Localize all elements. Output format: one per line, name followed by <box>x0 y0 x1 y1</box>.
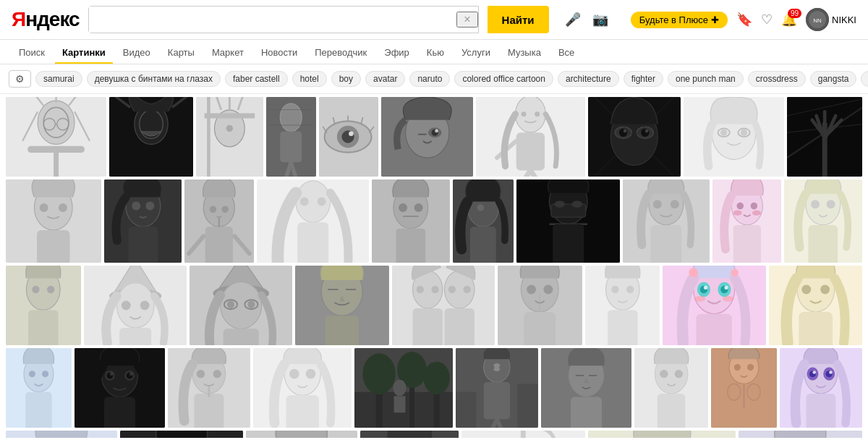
svg-point-51 <box>435 130 438 133</box>
svg-rect-251 <box>394 396 406 412</box>
image-cell[interactable] <box>461 431 585 438</box>
plus-button[interactable]: Будьте в Плюсе ✚ <box>631 12 728 28</box>
image-cell[interactable] <box>354 348 453 428</box>
tab-video[interactable]: Видео <box>116 43 158 64</box>
svg-rect-257 <box>456 392 476 428</box>
tab-all[interactable]: Все <box>551 43 582 64</box>
image-cell[interactable] <box>541 348 631 428</box>
mic-button[interactable]: 🎤 <box>562 9 584 30</box>
camera-button[interactable]: 📷 <box>590 9 611 30</box>
image-row-4 <box>6 348 862 428</box>
svg-point-198 <box>626 286 634 293</box>
filter-tag-avatar[interactable]: avatar <box>365 71 405 87</box>
filter-tag-friends[interactable]: friends <box>861 71 868 87</box>
svg-point-106 <box>222 206 229 213</box>
filter-settings-button[interactable]: ⚙ <box>9 70 31 88</box>
image-cell[interactable] <box>104 179 182 263</box>
filter-tag-samurai[interactable]: samurai <box>35 71 82 87</box>
svg-rect-182 <box>412 308 442 345</box>
svg-point-192 <box>544 285 553 295</box>
bookmarks-button[interactable]: 🔖 <box>736 12 752 28</box>
filter-tag-girl-bandage[interactable]: девушка с бинтами на глазах <box>87 71 221 87</box>
image-cell[interactable] <box>712 179 782 263</box>
svg-point-155 <box>47 286 54 293</box>
favorites-button[interactable]: ♡ <box>761 12 773 28</box>
image-cell[interactable] <box>476 97 585 177</box>
image-cell[interactable] <box>684 97 784 177</box>
filter-tag-architecture[interactable]: architecture <box>558 71 619 87</box>
image-cell[interactable] <box>588 97 681 177</box>
image-cell[interactable] <box>319 97 378 177</box>
image-cell[interactable] <box>663 266 765 345</box>
tab-services[interactable]: Услуги <box>454 43 498 64</box>
filter-tag-gangsta[interactable]: gangsta <box>810 71 857 87</box>
image-cell[interactable] <box>634 348 708 428</box>
image-cell[interactable] <box>381 97 474 177</box>
image-cell[interactable] <box>120 431 244 438</box>
image-cell[interactable] <box>585 266 660 345</box>
tab-q[interactable]: Кью <box>420 43 451 64</box>
tab-efir[interactable]: Эфир <box>377 43 417 64</box>
filter-tag-one-punch-man[interactable]: one punch man <box>668 71 744 87</box>
notifications-button[interactable]: 🔔 99 <box>781 12 797 28</box>
filter-tag-hotel[interactable]: hotel <box>292 71 327 87</box>
image-cell[interactable] <box>372 179 450 263</box>
image-cell[interactable] <box>84 266 187 345</box>
image-cell[interactable] <box>6 348 72 428</box>
image-cell[interactable] <box>516 179 621 263</box>
svg-point-250 <box>393 380 406 397</box>
image-cell[interactable] <box>360 431 459 438</box>
image-cell[interactable] <box>6 431 117 438</box>
image-cell[interactable] <box>498 266 582 345</box>
image-cell[interactable] <box>246 431 357 438</box>
image-cell[interactable] <box>623 179 710 263</box>
image-cell[interactable] <box>295 266 388 345</box>
image-cell[interactable] <box>109 97 193 177</box>
image-cell[interactable] <box>780 348 862 428</box>
svg-point-290 <box>830 371 833 374</box>
svg-point-94 <box>59 203 67 212</box>
image-cell[interactable] <box>6 266 81 345</box>
filter-tag-fighter[interactable]: fighter <box>624 71 663 87</box>
image-cell[interactable] <box>453 179 514 263</box>
image-cell[interactable] <box>711 348 777 428</box>
image-cell[interactable] <box>196 97 263 177</box>
svg-rect-219 <box>25 392 51 428</box>
search-button[interactable]: Найти <box>488 6 549 33</box>
filter-tag-crossdress[interactable]: crossdress <box>748 71 806 87</box>
image-cell[interactable] <box>769 266 862 345</box>
image-cell[interactable] <box>253 348 352 428</box>
filter-tag-faber[interactable]: faber castell <box>225 71 288 87</box>
image-cell[interactable] <box>787 97 862 177</box>
filter-tag-boy[interactable]: boy <box>331 71 361 87</box>
image-cell[interactable] <box>168 348 250 428</box>
tab-translate[interactable]: Переводчик <box>307 43 374 64</box>
image-cell[interactable] <box>6 97 106 177</box>
tab-images[interactable]: Картинки <box>55 43 113 64</box>
image-cell[interactable] <box>184 179 254 263</box>
image-cell[interactable] <box>266 97 317 177</box>
image-cell[interactable] <box>588 431 736 438</box>
search-input[interactable]: manga art <box>89 7 457 33</box>
image-cell[interactable] <box>6 179 101 263</box>
tab-market[interactable]: Маркет <box>205 43 251 64</box>
search-clear-button[interactable]: × <box>456 12 477 28</box>
image-cell[interactable] <box>784 179 862 263</box>
tab-news[interactable]: Новости <box>254 43 305 64</box>
tab-maps[interactable]: Карты <box>161 43 202 64</box>
svg-point-170 <box>227 301 234 308</box>
tab-music[interactable]: Музыка <box>501 43 548 64</box>
image-cell[interactable] <box>392 266 495 345</box>
user-avatar-button[interactable]: NN NIKKI <box>806 8 856 31</box>
filter-tag-colored-office[interactable]: colored office cartoon <box>454 71 553 87</box>
image-cell[interactable] <box>190 266 292 345</box>
svg-point-99 <box>145 202 154 211</box>
image-cell[interactable] <box>739 431 862 438</box>
filter-tag-naruto[interactable]: naruto <box>409 71 450 87</box>
tab-search[interactable]: Поиск <box>12 43 52 64</box>
image-cell[interactable] <box>257 179 369 263</box>
image-cell[interactable] <box>75 348 165 428</box>
image-cell[interactable] <box>456 348 538 428</box>
svg-point-142 <box>736 203 744 210</box>
yandex-logo[interactable]: Яндекс <box>12 8 80 31</box>
